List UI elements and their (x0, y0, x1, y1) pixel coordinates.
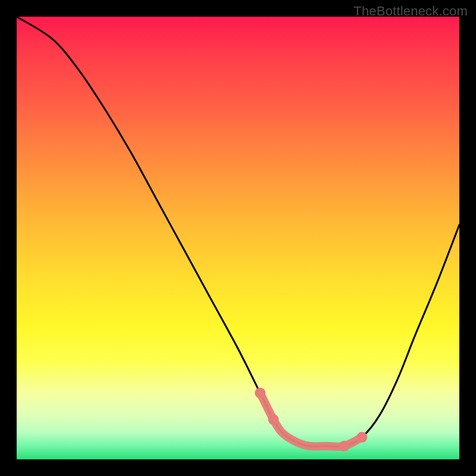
highlight-dot (255, 387, 265, 398)
chart-frame: TheBottleneck.com (0, 0, 476, 476)
curve-group (17, 17, 459, 447)
curve-path (17, 17, 459, 447)
highlight-dot (268, 414, 279, 425)
plot-area (17, 17, 459, 459)
highlight-dot (339, 441, 350, 452)
bottleneck-curve (17, 17, 459, 459)
highlight-dot (356, 432, 367, 443)
highlight-group (255, 387, 367, 451)
